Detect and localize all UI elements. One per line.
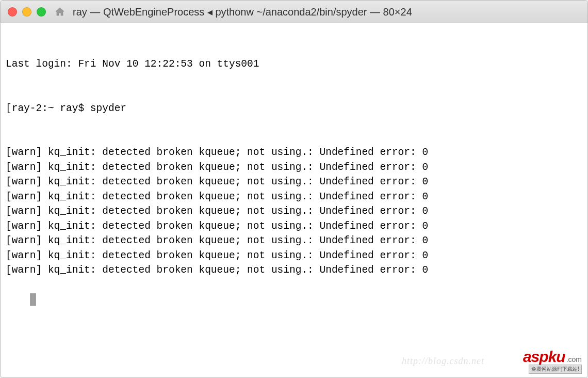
warn-line: [warn] kq_init: detected broken kqueue; … (6, 175, 582, 190)
prompt-text: ray-2:~ ray$ (12, 103, 90, 114)
traffic-lights (8, 7, 46, 17)
minimize-button[interactable] (22, 7, 31, 17)
warn-line: [warn] kq_init: detected broken kqueue; … (6, 160, 582, 175)
warn-line: [warn] kq_init: detected broken kqueue; … (6, 248, 582, 263)
warn-line: [warn] kq_init: detected broken kqueue; … (6, 219, 582, 234)
warn-line: [warn] kq_init: detected broken kqueue; … (6, 204, 582, 219)
maximize-button[interactable] (37, 7, 46, 17)
terminal-body[interactable]: Last login: Fri Nov 10 12:22:53 on ttys0… (1, 23, 587, 377)
warn-line: [warn] kq_init: detected broken kqueue; … (6, 233, 582, 248)
titlebar[interactable]: ray — QtWebEngineProcess ◂ pythonw ~/ana… (1, 1, 587, 23)
window-title: ray — QtWebEngineProcess ◂ pythonw ~/ana… (71, 6, 580, 18)
command-text: spyder (90, 103, 126, 114)
warn-line: [warn] kq_init: detected broken kqueue; … (6, 190, 582, 204)
last-login-line: Last login: Fri Nov 10 12:22:53 on ttys0… (6, 57, 582, 72)
warn-line: [warn] kq_init: detected broken kqueue; … (6, 263, 582, 278)
terminal-window: ray — QtWebEngineProcess ◂ pythonw ~/ana… (0, 0, 588, 378)
home-icon[interactable] (54, 6, 66, 18)
watermark-url: http://blog.csdn.net (402, 354, 484, 369)
terminal-cursor (30, 293, 36, 306)
close-button[interactable] (8, 7, 17, 17)
prompt-line: [ray-2:~ ray$ spyder (6, 101, 582, 116)
warn-line: [warn] kq_init: detected broken kqueue; … (6, 145, 582, 160)
